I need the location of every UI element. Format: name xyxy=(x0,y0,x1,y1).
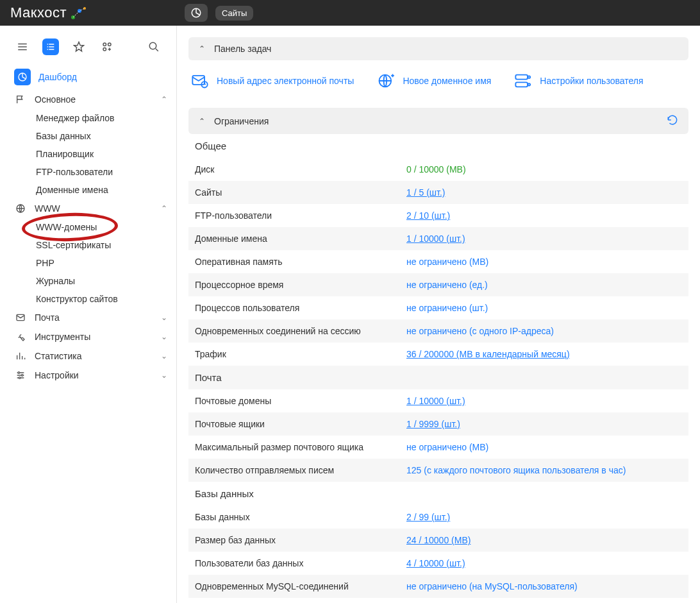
limit-label: FTP-пользователи xyxy=(195,210,406,221)
limit-label: Процессов пользователя xyxy=(195,303,406,313)
limit-row: Базы данных 2 / 99 (шт.) xyxy=(188,505,688,529)
limit-label: Доменные имена xyxy=(195,234,406,244)
section-general: Общее xyxy=(188,134,688,158)
action-new-domain[interactable]: Новое доменное имя xyxy=(377,72,491,90)
limit-label: Сайты xyxy=(195,187,406,198)
limit-value[interactable]: 1 / 5 (шт.) xyxy=(406,187,445,198)
sidebar-sub-wwwdomains[interactable]: WWW-домены xyxy=(0,218,176,236)
svg-point-20 xyxy=(528,83,531,86)
list-icon[interactable] xyxy=(42,38,59,55)
bars-icon xyxy=(14,351,27,361)
sliders-icon xyxy=(14,370,27,380)
limit-value[interactable]: 2 / 99 (шт.) xyxy=(406,512,450,522)
limit-label: Трафик xyxy=(195,349,406,359)
limit-value: не ограничено (с одного IP-адреса) xyxy=(406,326,554,336)
sidebar-sub-builder[interactable]: Конструктор сайтов xyxy=(0,290,176,308)
limit-value: не ограничено (ед.) xyxy=(406,280,488,290)
sidebar-item-label: Статистика xyxy=(35,351,82,361)
limit-row: Процессорное время не ограничено (ед.) xyxy=(188,273,688,296)
action-user-settings[interactable]: Настройки пользователя xyxy=(514,72,643,90)
menu-icon[interactable] xyxy=(14,38,31,55)
sidebar-sub-ssl[interactable]: SSL-сертификаты xyxy=(0,236,176,254)
chevron-down-icon: ⌄ xyxy=(161,352,167,361)
refresh-icon[interactable] xyxy=(667,114,678,128)
limit-label: Пользователи баз данных xyxy=(195,558,406,568)
limit-label: Базы данных xyxy=(195,512,406,522)
star-icon[interactable] xyxy=(71,38,87,55)
panel-tasks-header[interactable]: ⌃ Панель задач xyxy=(188,37,688,60)
sidebar-item-stats[interactable]: Статистика ⌄ xyxy=(0,346,176,366)
limit-label: Почтовые домены xyxy=(195,396,406,406)
limit-label: Процессорное время xyxy=(195,280,406,290)
panel-header-label: Ограничения xyxy=(214,116,269,126)
limit-value: не ограничено (MB) xyxy=(406,442,488,452)
limit-value: не ограничено (MB) xyxy=(406,257,488,267)
sidebar-item-settings[interactable]: Настройки ⌄ xyxy=(0,366,176,385)
sidebar-sub-files[interactable]: Менеджер файлов xyxy=(0,109,176,127)
limit-label: Почтовые ящики xyxy=(195,419,406,429)
sidebar-sub-db[interactable]: Базы данных xyxy=(0,127,176,145)
limit-value[interactable]: 4 / 10000 (шт.) xyxy=(406,558,465,568)
limit-row: Одновременных MySQL-соединений не ограни… xyxy=(188,575,688,598)
limit-label: Количество отправляемых писем xyxy=(195,465,406,475)
sidebar-item-mail[interactable]: Почта ⌄ xyxy=(0,308,176,327)
user-settings-icon xyxy=(514,72,532,90)
svg-point-2 xyxy=(83,7,86,10)
sites-tab[interactable]: Сайты xyxy=(215,6,253,21)
sidebar-item-label: Дашборд xyxy=(38,72,77,82)
brand-icon xyxy=(71,6,87,20)
limit-value[interactable]: 1 / 9999 (шт.) xyxy=(406,419,460,429)
svg-rect-17 xyxy=(516,75,528,80)
limit-label: Одновременных MySQL-соединений xyxy=(195,581,406,591)
limit-value[interactable]: 1 / 10000 (шт.) xyxy=(406,396,465,406)
limit-value[interactable]: 36 / 200000 (MB в календарный месяц) xyxy=(406,349,570,359)
sites-tab-label: Сайты xyxy=(222,8,247,18)
panel-header-label: Панель задач xyxy=(214,44,271,54)
sidebar-sub-ftp[interactable]: FTP-пользователи xyxy=(0,163,176,181)
limit-row: FTP-пользователи 2 / 10 (шт.) xyxy=(188,204,688,227)
svg-point-5 xyxy=(108,43,112,46)
sidebar-sub-php[interactable]: PHP xyxy=(0,254,176,272)
svg-point-4 xyxy=(103,43,106,46)
apps-icon[interactable] xyxy=(99,38,115,55)
sidebar: Дашборд Основное ⌃ Менеджер файлов Базы … xyxy=(0,26,177,603)
sidebar-sub-scheduler[interactable]: Планировщик xyxy=(0,145,176,163)
chevron-up-icon: ⌃ xyxy=(161,95,167,104)
panel-limits-header[interactable]: ⌃ Ограничения xyxy=(188,108,688,134)
limit-row: Update-запросов к MySQL не ограничено (н… xyxy=(188,598,688,603)
sidebar-item-label: Почта xyxy=(35,312,60,323)
sidebar-item-basic[interactable]: Основное ⌃ xyxy=(0,90,176,109)
svg-point-19 xyxy=(528,76,531,78)
limit-label: Диск xyxy=(195,164,406,174)
limit-label: Размер баз данных xyxy=(195,535,406,545)
limit-value: 0 / 10000 (MB) xyxy=(406,164,466,174)
sidebar-sub-domains[interactable]: Доменные имена xyxy=(0,181,176,199)
sidebar-item-label: WWW xyxy=(35,203,60,214)
sidebar-item-www[interactable]: WWW ⌃ xyxy=(0,199,176,218)
limit-label: Оперативная память xyxy=(195,257,406,267)
chevron-up-icon: ⌃ xyxy=(199,117,205,126)
sidebar-item-dashboard[interactable]: Дашборд xyxy=(0,64,176,90)
chevron-up-icon: ⌃ xyxy=(199,44,205,53)
limit-value[interactable]: 2 / 10 (шт.) xyxy=(406,210,450,221)
sidebar-item-tools[interactable]: Инструменты ⌄ xyxy=(0,327,176,346)
action-new-email[interactable]: Новый адрес электронной почты xyxy=(191,72,354,90)
limit-row: Размер баз данных 24 / 10000 (MB) xyxy=(188,529,688,552)
chevron-down-icon: ⌄ xyxy=(161,313,167,322)
action-label: Новое доменное имя xyxy=(403,76,491,86)
globe-icon xyxy=(14,203,27,214)
mail-gear-icon xyxy=(191,72,209,90)
dashboard-pill[interactable] xyxy=(185,4,208,22)
limit-row: Оперативная память не ограничено (MB) xyxy=(188,250,688,273)
svg-point-6 xyxy=(103,48,106,51)
limit-value[interactable]: 24 / 10000 (MB) xyxy=(406,535,471,545)
limit-value[interactable]: 1 / 10000 (шт.) xyxy=(406,234,465,244)
search-icon[interactable] xyxy=(146,38,162,55)
sidebar-sub-logs[interactable]: Журналы xyxy=(0,272,176,290)
wrench-icon xyxy=(14,332,27,342)
svg-rect-14 xyxy=(192,76,204,85)
main-content: ⌃ Панель задач Новый адрес электронной п… xyxy=(177,26,700,603)
limit-row: Трафик 36 / 200000 (MB в календарный мес… xyxy=(188,343,688,366)
chevron-down-icon: ⌄ xyxy=(161,371,167,380)
brand-logo[interactable]: Макхост xyxy=(10,4,177,21)
